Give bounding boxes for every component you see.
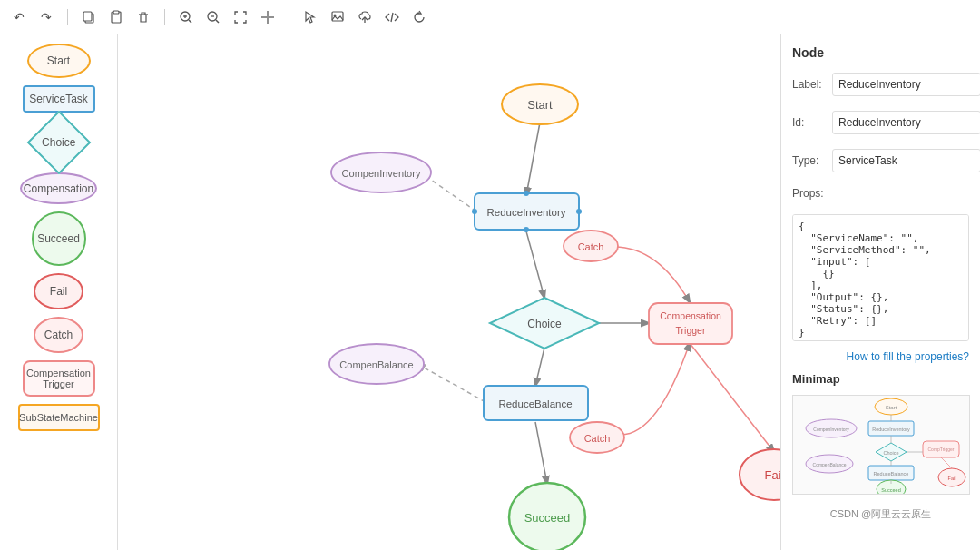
watermark: CSDN @阿里云云原生 xyxy=(792,507,969,521)
paste-button[interactable] xyxy=(106,7,126,27)
minimap-title: Minimap xyxy=(792,372,969,386)
select-button[interactable] xyxy=(300,7,320,27)
svg-text:Succeed: Succeed xyxy=(881,487,900,493)
id-field-label: Id: xyxy=(792,116,827,129)
svg-text:Choice: Choice xyxy=(883,450,898,456)
svg-marker-14 xyxy=(306,12,314,23)
fit-button[interactable] xyxy=(230,7,250,27)
svg-line-26 xyxy=(417,364,485,402)
svg-text:ReduceBalance: ReduceBalance xyxy=(874,471,909,476)
diagram-canvas[interactable]: Start ReduceInventory Catch CompenInvent… xyxy=(118,34,780,550)
sep2 xyxy=(164,9,165,25)
svg-text:ReduceInventory: ReduceInventory xyxy=(487,207,566,218)
svg-line-19 xyxy=(526,123,540,195)
svg-text:Trigger: Trigger xyxy=(676,325,706,336)
svg-point-32 xyxy=(524,227,529,232)
id-field-row: Id: xyxy=(792,111,969,134)
palette-servicetask-shape: ServiceTask xyxy=(23,85,95,113)
palette-servicetask[interactable]: ServiceTask xyxy=(7,85,110,113)
svg-text:Choice: Choice xyxy=(527,318,562,330)
palette-choice-shape: Choice xyxy=(26,111,91,175)
svg-text:CompenInventory: CompenInventory xyxy=(342,168,421,179)
type-field-label: Type: xyxy=(792,154,827,167)
label-field-row: Label: xyxy=(792,73,969,96)
palette-start[interactable]: Start xyxy=(7,44,110,78)
svg-point-31 xyxy=(524,191,529,196)
palette-fail-shape: Fail xyxy=(34,273,83,309)
svg-text:Start: Start xyxy=(886,405,897,410)
toolbar: ↶ ↷ xyxy=(0,0,980,34)
props-row: Props: xyxy=(792,187,969,200)
svg-line-10 xyxy=(216,20,219,23)
svg-text:Catch: Catch xyxy=(578,241,604,252)
svg-text:Compensation: Compensation xyxy=(660,310,721,321)
svg-text:CompenInventory: CompenInventory xyxy=(813,427,849,432)
delete-button[interactable] xyxy=(133,7,153,27)
svg-line-21 xyxy=(535,348,544,386)
palette-succeed[interactable]: Succeed xyxy=(7,211,110,266)
label-input[interactable] xyxy=(832,73,980,96)
svg-point-34 xyxy=(576,209,582,214)
right-panel: Node Label: Id: Type: Props: { "ServiceN… xyxy=(780,34,980,550)
svg-rect-41 xyxy=(649,303,732,344)
diagram-svg: Start ReduceInventory Catch CompenInvent… xyxy=(118,34,780,550)
svg-text:Fail: Fail xyxy=(765,468,780,482)
code-button[interactable] xyxy=(382,7,402,27)
svg-rect-3 xyxy=(113,11,119,14)
panel-title: Node xyxy=(792,45,969,60)
palette-compensation[interactable]: Compensation xyxy=(7,172,110,204)
svg-rect-1 xyxy=(83,12,92,21)
svg-point-33 xyxy=(472,209,477,214)
refresh-button[interactable] xyxy=(409,7,429,27)
zoom-out-button[interactable] xyxy=(203,7,223,27)
sep3 xyxy=(289,9,289,25)
palette-substatemachine-shape: SubStateMachine xyxy=(18,404,100,431)
palette-choice[interactable]: Choice xyxy=(7,120,110,165)
svg-text:ReduceInventory: ReduceInventory xyxy=(872,427,910,432)
undo-button[interactable]: ↶ xyxy=(9,7,29,27)
svg-line-18 xyxy=(391,13,393,22)
svg-text:Succeed: Succeed xyxy=(524,511,571,525)
type-field-row: Type: xyxy=(792,149,969,172)
label-field-label: Label: xyxy=(792,78,827,91)
palette-comp-trigger-shape: Compensation Trigger xyxy=(23,360,95,397)
upload-button[interactable] xyxy=(355,7,375,27)
copy-button[interactable] xyxy=(79,7,99,27)
redo-button[interactable]: ↷ xyxy=(36,7,56,27)
main-area: Start ServiceTask Choice Compensation Su… xyxy=(0,34,980,550)
svg-text:Start: Start xyxy=(527,98,553,112)
svg-line-77 xyxy=(941,457,952,468)
minimap-svg: Start ReduceInventory CompTrigger Choice… xyxy=(793,396,970,495)
palette-fail[interactable]: Fail xyxy=(7,273,110,309)
svg-line-23 xyxy=(535,422,547,484)
download-button[interactable] xyxy=(328,7,348,27)
props-textarea[interactable]: { "ServiceName": "", "ServiceMethod": ""… xyxy=(792,214,969,341)
svg-line-7 xyxy=(189,20,191,23)
id-input[interactable] xyxy=(832,111,980,134)
palette-catch-shape: Catch xyxy=(34,317,83,353)
sep1 xyxy=(67,9,68,25)
svg-text:CompenBalance: CompenBalance xyxy=(339,359,413,370)
type-input[interactable] xyxy=(832,149,980,172)
props-label: Props: xyxy=(792,187,827,200)
palette-succeed-shape: Succeed xyxy=(32,211,86,266)
svg-text:Fail: Fail xyxy=(948,476,956,481)
zoom-in-button[interactable] xyxy=(176,7,196,27)
palette-compensation-shape: Compensation xyxy=(20,172,97,204)
svg-text:CompTrigger: CompTrigger xyxy=(928,447,955,452)
help-link[interactable]: How to fill the properties? xyxy=(792,350,969,363)
svg-line-25 xyxy=(422,173,476,211)
svg-text:ReduceBalance: ReduceBalance xyxy=(498,398,572,409)
palette-substatemachine[interactable]: SubStateMachine xyxy=(7,404,110,431)
split-button[interactable] xyxy=(258,7,278,27)
minimap: Start ReduceInventory CompTrigger Choice… xyxy=(792,395,970,495)
svg-text:CompenBalance: CompenBalance xyxy=(813,462,847,467)
palette: Start ServiceTask Choice Compensation Su… xyxy=(0,34,118,550)
palette-catch[interactable]: Catch xyxy=(7,317,110,353)
palette-compensation-trigger[interactable]: Compensation Trigger xyxy=(7,360,110,397)
palette-start-shape: Start xyxy=(27,44,91,78)
svg-text:Catch: Catch xyxy=(584,433,611,444)
svg-line-20 xyxy=(526,231,544,298)
svg-line-24 xyxy=(690,343,774,452)
